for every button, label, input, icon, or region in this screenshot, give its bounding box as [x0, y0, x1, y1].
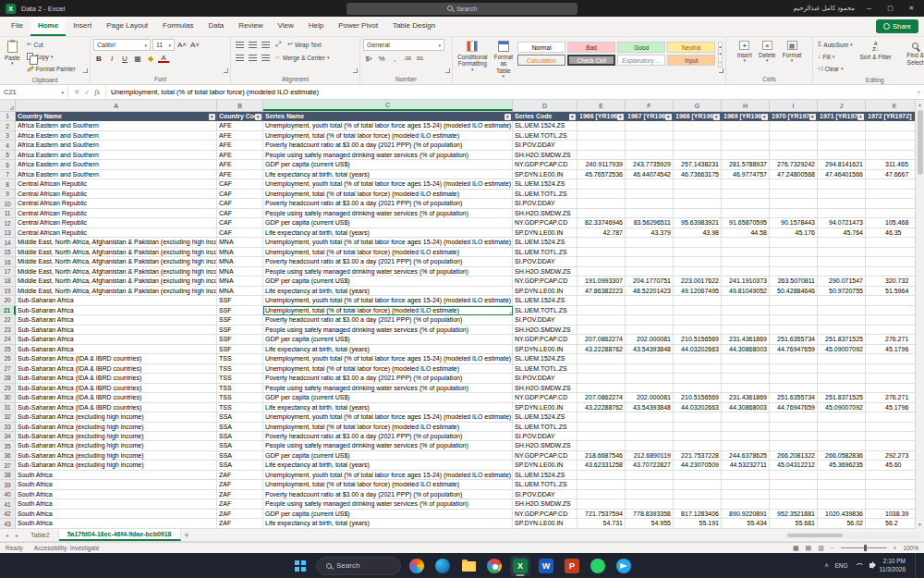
- fill-color-button[interactable]: ◆: [145, 53, 156, 64]
- cell-E41[interactable]: [578, 499, 626, 509]
- column-header-F[interactable]: F: [626, 100, 674, 111]
- cell-D7[interactable]: SP.DYN.LE00.IN: [513, 170, 578, 179]
- row-header-21[interactable]: 21: [0, 306, 16, 315]
- share-button[interactable]: Share: [876, 19, 918, 33]
- cell-A14[interactable]: Middle East, North Africa, Afghanistan &…: [16, 238, 217, 247]
- cell-I31[interactable]: 44.76947659: [770, 403, 818, 412]
- cell-H39[interactable]: [722, 480, 770, 489]
- row-header-1[interactable]: 1: [0, 112, 16, 121]
- cell-I6[interactable]: 276.7329242: [770, 160, 818, 169]
- cell-E24[interactable]: 207.0862274: [578, 335, 626, 344]
- cell-J23[interactable]: [818, 326, 866, 335]
- cell-B33[interactable]: SSA: [217, 423, 263, 432]
- cell-F22[interactable]: [626, 315, 674, 325]
- cell-I4[interactable]: [770, 141, 818, 150]
- table-header-cell[interactable]: 1967 [YR1967]▼: [626, 112, 674, 121]
- italic-button[interactable]: I: [106, 53, 117, 64]
- cell-I23[interactable]: [770, 326, 818, 335]
- cell-G25[interactable]: 44.03202663: [674, 345, 722, 354]
- cell-G27[interactable]: [674, 364, 722, 374]
- cell-A18[interactable]: Middle East, North Africa, Afghanistan &…: [16, 277, 217, 286]
- clear-button[interactable]: ◁Clear▾: [816, 63, 855, 74]
- cell-A19[interactable]: Middle East, North Africa, Afghanistan &…: [16, 287, 217, 296]
- cell-C31[interactable]: Life expectancy at birth, total (years): [263, 403, 513, 412]
- row-header-30[interactable]: 30: [0, 393, 16, 402]
- cell-A31[interactable]: Sub-Saharan Africa (IDA & IBRD countries…: [16, 403, 217, 412]
- cell-E27[interactable]: [578, 364, 626, 374]
- cell-J12[interactable]: 94.0721473: [818, 218, 866, 228]
- cell-G23[interactable]: [674, 326, 722, 335]
- cell-C20[interactable]: Unemployment, youth total (% of total la…: [263, 296, 513, 305]
- cell-J34[interactable]: [818, 432, 866, 441]
- number-format-select[interactable]: General▾: [363, 39, 444, 51]
- decrease-decimal-button[interactable]: 00.: [415, 53, 426, 64]
- cell-H35[interactable]: [722, 441, 770, 450]
- cell-C24[interactable]: GDP per capita (current US$): [263, 335, 513, 344]
- cell-H6[interactable]: 281.5788937: [722, 160, 770, 169]
- cell-H43[interactable]: 55.434: [722, 519, 770, 528]
- cell-E2[interactable]: [578, 121, 626, 130]
- scroll-down-icon[interactable]: ▼: [918, 520, 922, 529]
- cell-J11[interactable]: [818, 209, 866, 218]
- cell-G30[interactable]: 210.5156569: [674, 393, 722, 402]
- cell-J13[interactable]: 45.764: [818, 228, 866, 238]
- cell-E10[interactable]: [578, 199, 626, 208]
- cell-C39[interactable]: Unemployment, total (% of total labor fo…: [263, 480, 513, 489]
- cell-J27[interactable]: [818, 364, 866, 374]
- row-header-7[interactable]: 7: [0, 170, 16, 179]
- cell-J26[interactable]: [818, 354, 866, 363]
- cell-E6[interactable]: 240.9117939: [578, 160, 626, 169]
- cell-D38[interactable]: SL.UEM.1524.ZS: [513, 471, 578, 480]
- cell-I18[interactable]: 263.5070811: [770, 277, 818, 286]
- fill-handle[interactable]: [509, 312, 512, 314]
- align-middle-icon[interactable]: [247, 39, 258, 50]
- fill-button[interactable]: ↓Fill▾: [816, 51, 855, 62]
- wrap-text-button[interactable]: ↩Wrap Text: [286, 39, 323, 50]
- cell-E35[interactable]: [578, 441, 626, 450]
- cell-G16[interactable]: [674, 257, 722, 266]
- column-header-G[interactable]: G: [674, 100, 722, 111]
- cell-G20[interactable]: [674, 296, 722, 305]
- cell-J4[interactable]: [818, 141, 866, 150]
- table-header-cell[interactable]: Series Code▼: [513, 112, 578, 121]
- cell-H10[interactable]: [722, 199, 770, 208]
- increase-decimal-button[interactable]: .00: [402, 53, 413, 64]
- cell-H23[interactable]: [722, 326, 770, 335]
- cell-J40[interactable]: [818, 490, 866, 499]
- cell-E37[interactable]: 43.62331258: [578, 461, 626, 470]
- row-header-17[interactable]: 17: [0, 267, 16, 277]
- cell-H12[interactable]: 91.65870595: [722, 218, 770, 228]
- cell-D34[interactable]: SI.POV.DDAY: [513, 432, 578, 441]
- cell-J20[interactable]: [818, 296, 866, 305]
- cell-A4[interactable]: Africa Eastern and Southern: [16, 141, 217, 150]
- cell-A35[interactable]: Sub-Saharan Africa (excluding high incom…: [16, 441, 217, 450]
- cancel-entry-icon[interactable]: ✕: [74, 88, 79, 96]
- cell-H9[interactable]: [722, 190, 770, 199]
- cell-I2[interactable]: [770, 121, 818, 130]
- cell-D2[interactable]: SL.UEM.1524.ZS: [513, 121, 578, 130]
- cell-H37[interactable]: 44.53232711: [722, 461, 770, 470]
- cell-D11[interactable]: SH.H2O.SMDW.ZS: [513, 209, 578, 218]
- cell-J32[interactable]: [818, 412, 866, 422]
- zoom-slider[interactable]: [841, 547, 887, 548]
- cell-G15[interactable]: [674, 248, 722, 257]
- cell-G17[interactable]: [674, 267, 722, 277]
- cell-I5[interactable]: [770, 151, 818, 160]
- cell-J42[interactable]: 1020.439836: [818, 510, 866, 519]
- cell-H21[interactable]: [722, 306, 770, 315]
- cell-style-good[interactable]: Good: [617, 42, 665, 53]
- cell-D20[interactable]: SL.UEM.1524.ZS: [513, 296, 578, 305]
- row-header-29[interactable]: 29: [0, 384, 16, 393]
- title-search-box[interactable]: Search: [346, 3, 578, 15]
- cell-B12[interactable]: CAF: [217, 218, 263, 228]
- cell-A24[interactable]: Sub-Saharan Africa: [16, 335, 217, 344]
- cell-D9[interactable]: SL.UEM.TOTL.ZS: [513, 190, 578, 199]
- cell-D27[interactable]: SL.UEM.TOTL.ZS: [513, 364, 578, 374]
- cell-D28[interactable]: SI.POV.DDAY: [513, 374, 578, 383]
- cell-C7[interactable]: Life expectancy at birth, total (years): [263, 170, 513, 179]
- row-header-16[interactable]: 16: [0, 257, 16, 266]
- cell-B13[interactable]: CAF: [217, 228, 263, 238]
- align-center-icon[interactable]: [247, 52, 258, 63]
- alignment-dialog-launcher[interactable]: [353, 68, 358, 73]
- cell-I9[interactable]: [770, 190, 818, 199]
